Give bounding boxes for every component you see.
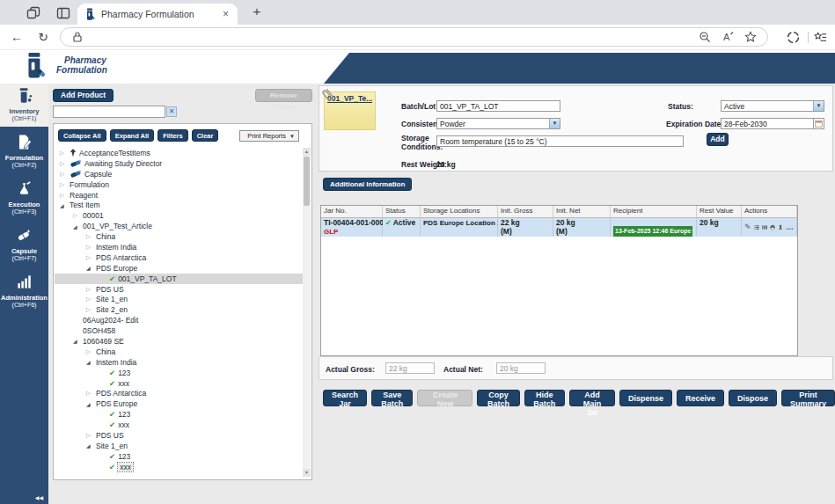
tree-item[interactable]: ✔123	[55, 451, 303, 462]
add-main-jar-button[interactable]: Add Main Jar	[569, 390, 615, 406]
collapsed-icon[interactable]: ▷	[73, 212, 83, 219]
filters-button[interactable]: Filters	[157, 129, 188, 142]
search-jar-button[interactable]: Search Jar	[323, 390, 367, 406]
tree-item[interactable]: ▷AcceptanceTestItems	[55, 148, 303, 158]
print-reports-dropdown[interactable]: Print Reports ▼	[239, 130, 299, 142]
collapsed-icon[interactable]: ▷	[86, 348, 96, 355]
tree-item[interactable]: 0SOH458	[55, 325, 303, 336]
column-header-rest-value[interactable]: Rest Value	[697, 206, 742, 218]
clear-button[interactable]: Clear	[192, 129, 219, 142]
nav-item-administration[interactable]: Administration(Ctrl+F6)	[0, 270, 48, 313]
back-icon[interactable]: ←	[9, 29, 25, 45]
storage-conditions-input[interactable]	[436, 135, 684, 147]
collapsed-icon[interactable]: ▷	[60, 160, 70, 167]
browser-tab[interactable]: Pharmacy Formulation ×	[77, 4, 238, 25]
save-batch-button[interactable]: Save Batch	[371, 390, 413, 406]
expanded-icon[interactable]: ◢	[86, 401, 96, 407]
column-header-storage-locations[interactable]: Storage Locations	[421, 206, 498, 218]
dispense-button[interactable]: Dispense	[619, 390, 672, 406]
more-icon[interactable]: …	[786, 223, 794, 232]
clear-search-icon[interactable]: ✕	[166, 106, 177, 117]
tree-item[interactable]: ◢1060469 SE	[55, 336, 303, 347]
tree-item[interactable]: ▷China	[55, 231, 303, 242]
expand-all-button[interactable]: Expand All	[110, 129, 154, 142]
tree-item[interactable]: ✔xxx	[55, 462, 303, 472]
batch-note[interactable]: 001_VP_Te...	[324, 91, 376, 130]
tree-item[interactable]: ▷China	[55, 347, 303, 357]
tree-item[interactable]: ▷PDS US	[55, 430, 303, 441]
scroll-up-icon[interactable]: ▲	[303, 148, 311, 156]
tree-item[interactable]: ▷Formulation	[55, 179, 303, 190]
copy-batch-button[interactable]: Copy Batch	[477, 390, 519, 406]
extensions-icon[interactable]	[787, 31, 800, 44]
jar-table-row[interactable]: TI-00404-001-000 GLP ✔Active PDS Europe …	[321, 218, 797, 237]
batch-lot-input[interactable]	[436, 100, 560, 112]
tree-item[interactable]: ◢Test Item	[55, 200, 303, 210]
collapsed-icon[interactable]: ▷	[86, 306, 96, 313]
tree-item[interactable]: ◢Instem India	[55, 357, 303, 368]
edit-icon[interactable]: ✎	[744, 223, 751, 232]
collapsed-icon[interactable]: ▷	[60, 181, 70, 188]
collapsed-icon[interactable]: ▷	[60, 192, 70, 199]
scrollbar-thumb[interactable]	[304, 157, 310, 206]
column-header-jar-no[interactable]: Jar No.	[321, 206, 383, 218]
collapsed-icon[interactable]: ▷	[86, 244, 96, 251]
expanded-icon[interactable]: ◢	[86, 442, 96, 449]
address-bar[interactable]: A	[60, 27, 768, 47]
column-header-init-gross[interactable]: Init. Gross	[498, 206, 553, 218]
tree-item[interactable]: ◢Site 1_en	[55, 441, 303, 451]
collapse-all-button[interactable]: Collapse All	[58, 129, 106, 142]
print-icon[interactable]	[770, 223, 775, 232]
tree-item[interactable]: ◢PDS Europe	[55, 398, 303, 409]
barcode-icon[interactable]	[762, 223, 767, 232]
collapsed-icon[interactable]: ▷	[60, 171, 70, 178]
tree-item[interactable]: ▷Capsule	[55, 169, 303, 179]
tree-item[interactable]: ▷Instem India	[55, 242, 303, 252]
expanded-icon[interactable]: ◢	[86, 265, 96, 271]
product-search-input[interactable]	[53, 106, 165, 118]
collapsed-icon[interactable]: ▷	[86, 296, 96, 303]
tree-item[interactable]: ▷PDS US	[55, 284, 303, 295]
collapsed-icon[interactable]: ▷	[86, 432, 96, 439]
expanded-icon[interactable]: ◢	[60, 202, 70, 208]
expanded-icon[interactable]: ◢	[73, 338, 83, 344]
tab-preview-icon[interactable]	[56, 6, 70, 20]
collapsed-icon[interactable]: ▷	[86, 390, 96, 397]
nav-item-capsule[interactable]: Capsule(Ctrl+F7)	[0, 223, 48, 267]
dispose-button[interactable]: Dispose	[729, 390, 777, 406]
details-icon[interactable]	[754, 223, 759, 232]
print-summary-button[interactable]: Print Summary	[781, 390, 835, 406]
tree-item[interactable]: ▷Awaiting Study Director	[55, 158, 303, 169]
column-header-status[interactable]: Status	[383, 206, 421, 218]
favorite-star-icon[interactable]	[744, 31, 757, 43]
receive-button[interactable]: Receive	[677, 390, 724, 406]
tree-item[interactable]: ✔123	[55, 409, 303, 420]
calendar-icon[interactable]	[813, 119, 824, 128]
add-storage-button[interactable]: Add	[707, 133, 729, 146]
tree-item[interactable]: ▷PDS Antarctica	[55, 388, 303, 398]
tree-item[interactable]: ◢PDS Europe	[55, 263, 303, 274]
tree-item[interactable]: ▷Site 1_en	[55, 294, 303, 304]
audit-icon[interactable]	[778, 223, 783, 232]
consistency-select[interactable]: Powder ▼	[436, 118, 560, 129]
tree-item[interactable]: ✔xxx	[55, 420, 303, 430]
read-aloud-icon[interactable]: A	[721, 31, 734, 43]
collapse-sidebar-button[interactable]: ◀◀	[35, 494, 43, 500]
workspaces-icon[interactable]	[26, 6, 40, 20]
reload-icon[interactable]: ↻	[35, 29, 51, 45]
tree-item[interactable]: ✔xxx	[55, 378, 303, 389]
nav-item-inventory[interactable]: Inventory(Ctrl+F1)	[0, 84, 48, 127]
tree-item[interactable]: 06Aug2024- Edit	[55, 315, 303, 325]
add-product-button[interactable]: Add Product	[53, 89, 114, 102]
tree-item[interactable]: ◢001_VP_Test_Article	[55, 221, 303, 231]
tree-item-selected[interactable]: ✔001_VP_TA_LOT	[55, 274, 303, 284]
tree-item[interactable]: ✔123	[55, 368, 303, 378]
expanded-icon[interactable]: ◢	[86, 359, 96, 365]
expanded-icon[interactable]: ◢	[73, 223, 83, 230]
collapsed-icon[interactable]: ▷	[86, 286, 96, 293]
collapsed-icon[interactable]: ▷	[86, 233, 96, 240]
chevron-down-icon[interactable]: ▼	[813, 101, 824, 111]
tree-item[interactable]: ▷Site 2_en	[55, 304, 303, 315]
tree-item[interactable]: ▷00001	[55, 210, 303, 221]
tree-scrollbar[interactable]: ▲ ▼	[303, 148, 311, 477]
